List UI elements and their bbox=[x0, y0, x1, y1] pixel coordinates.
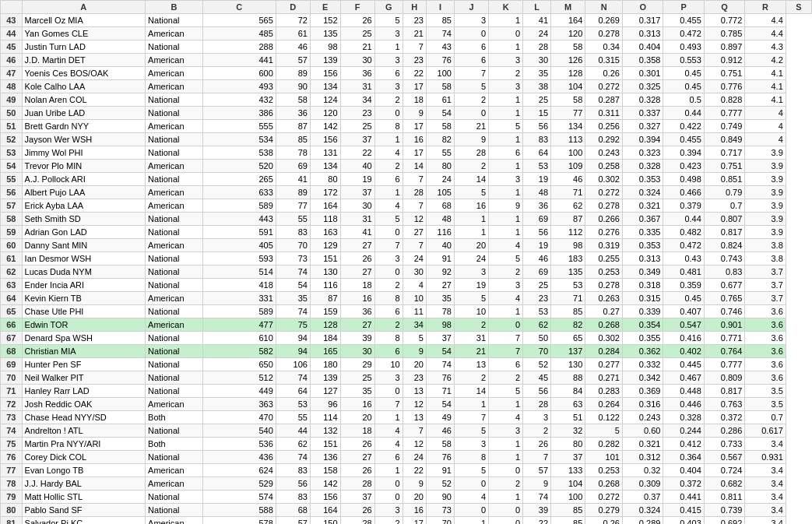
table-row[interactable]: 47Yoenis Ces BOS/OAKAmerican600891563662… bbox=[1, 67, 812, 80]
header-a[interactable]: A bbox=[22, 1, 146, 14]
header-f[interactable]: F bbox=[340, 1, 374, 14]
league: American bbox=[146, 120, 203, 133]
table-row[interactable]: 67Denard Spa WSHNational6109418439853731… bbox=[1, 332, 812, 345]
col-q-val: 0.777 bbox=[704, 358, 744, 371]
header-j[interactable]: J bbox=[454, 1, 488, 14]
col-d-val: 54 bbox=[276, 279, 310, 292]
table-row[interactable]: 76Corey Dick COLNational4367413627624768… bbox=[1, 451, 812, 464]
row-number: 52 bbox=[1, 133, 23, 146]
table-row[interactable]: 77Evan Longo TBAmerican62483158261229150… bbox=[1, 464, 812, 477]
col-p-val: 0.472 bbox=[663, 239, 704, 252]
col-m-val: 87 bbox=[551, 213, 585, 226]
header-n[interactable]: N bbox=[585, 1, 623, 14]
table-row[interactable]: 78J.J. Hardy BALAmerican5295614228095202… bbox=[1, 477, 812, 491]
col-g-val: 1 bbox=[374, 133, 402, 146]
col-j-val: 2 bbox=[454, 318, 488, 332]
col-e-val: 120 bbox=[310, 107, 340, 120]
header-s[interactable]: S bbox=[786, 1, 811, 14]
table-row[interactable]: 71Hanley Rarr LADNational449641273501371… bbox=[1, 385, 812, 398]
header-e[interactable]: E bbox=[310, 1, 340, 14]
header-m[interactable]: M bbox=[551, 1, 585, 14]
table-row[interactable]: 74Andrelton ! ATLNational540441321847465… bbox=[1, 424, 812, 438]
col-k-val: 7 bbox=[489, 332, 523, 345]
table-row[interactable]: 48Kole Calho LAAAmerican4939013431317585… bbox=[1, 80, 812, 93]
col-m-val: 77 bbox=[551, 107, 585, 120]
table-row[interactable]: 60Danny Sant MINAmerican4057012927774020… bbox=[1, 239, 812, 252]
col-c-val: 493 bbox=[202, 80, 276, 93]
col-k-val: 1 bbox=[489, 491, 523, 504]
row-number: 72 bbox=[1, 398, 23, 411]
col-r-val: 3.9 bbox=[745, 146, 786, 160]
table-row[interactable]: 79Matt Hollic STLNational574831563702090… bbox=[1, 491, 812, 504]
header-c[interactable]: C bbox=[202, 1, 276, 14]
header-h[interactable]: H bbox=[402, 1, 426, 14]
table-row[interactable]: 53Jimmy Wol PHINational53878131224175528… bbox=[1, 146, 812, 160]
table-row[interactable]: 75Martin Pra NYY/ARIBoth5366215126412583… bbox=[1, 438, 812, 451]
header-q[interactable]: Q bbox=[704, 1, 744, 14]
col-p-val: 0.498 bbox=[663, 173, 704, 186]
header-b[interactable]: B bbox=[146, 1, 203, 14]
col-i-val: 92 bbox=[426, 266, 454, 279]
col-q-val: 0.743 bbox=[704, 252, 744, 266]
header-l[interactable]: L bbox=[523, 1, 551, 14]
col-o-val: 0.332 bbox=[622, 358, 663, 371]
col-f-val: 29 bbox=[340, 358, 374, 371]
table-row[interactable]: 45Justin Turn LADNational288469821174361… bbox=[1, 40, 812, 54]
col-r-val: 4.1 bbox=[745, 80, 786, 93]
col-f-val: 31 bbox=[340, 80, 374, 93]
table-row[interactable]: 51Brett Gardn NYYAmerican555871422581758… bbox=[1, 120, 812, 133]
table-row[interactable]: 49Nolan Aren COLNational4325812434218612… bbox=[1, 93, 812, 107]
col-h-val: 14 bbox=[402, 160, 426, 173]
table-row[interactable]: 70Neil Walker PITNational512741392532376… bbox=[1, 371, 812, 385]
header-k[interactable]: K bbox=[489, 1, 523, 14]
col-h-val: 10 bbox=[402, 292, 426, 305]
table-row[interactable]: 64Kevin Kiern TBAmerican3313587168103554… bbox=[1, 292, 812, 305]
col-n-val: 0.272 bbox=[585, 80, 623, 93]
header-d[interactable]: D bbox=[276, 1, 310, 14]
table-row[interactable]: 61Ian Desmor WSHNational5937315126324912… bbox=[1, 252, 812, 266]
table-row[interactable]: 81Salvador Pi KCAmerican5785715028217701… bbox=[1, 517, 812, 525]
table-row[interactable]: 58Seth Smith SDNational44355118315124811… bbox=[1, 213, 812, 226]
table-row[interactable]: 57Erick Ayba LAAAmerican5897716430476816… bbox=[1, 199, 812, 213]
table-row[interactable]: 65Chase Utle PHINational5897415936611781… bbox=[1, 305, 812, 318]
table-row[interactable]: 55A.J. Pollock ARINational26541801967241… bbox=[1, 173, 812, 186]
table-row[interactable]: 73Chase Head NYY/SDBoth47055114201134974… bbox=[1, 411, 812, 424]
header-r[interactable]: R bbox=[745, 1, 786, 14]
table-row[interactable]: 69Hunter Pen SFNational65010618029102074… bbox=[1, 358, 812, 371]
table-row[interactable]: 66Edwin TORAmerican477751282723498206282… bbox=[1, 318, 812, 332]
table-row[interactable]: 63Ender Incia ARINational418541161824271… bbox=[1, 279, 812, 292]
col-f-val: 37 bbox=[340, 133, 374, 146]
table-row[interactable]: 54Trevor Plo MINAmerican5206913440214802… bbox=[1, 160, 812, 173]
table-row[interactable]: 46J.D. Martin DETAmerican441571393032376… bbox=[1, 54, 812, 67]
col-i-val: 54 bbox=[426, 107, 454, 120]
col-c-val: 288 bbox=[202, 40, 276, 54]
table-row[interactable]: 72Josh Reddic OAKAmerican363539616712541… bbox=[1, 398, 812, 411]
table-row[interactable]: 50Juan Uribe LADNational3863612023095401… bbox=[1, 107, 812, 120]
table-row[interactable]: 43Marcell Oz MIANational5657215226523853… bbox=[1, 14, 812, 27]
col-g-val: 7 bbox=[374, 398, 402, 411]
col-g-val: 6 bbox=[374, 173, 402, 186]
col-p-val: 0.45 bbox=[663, 67, 704, 80]
col-l-val: 23 bbox=[523, 292, 551, 305]
col-l-val: 69 bbox=[523, 213, 551, 226]
player-name: J.J. Hardy BAL bbox=[22, 477, 146, 491]
table-row[interactable]: 80Pablo Sand SFNational58868164263167300… bbox=[1, 504, 812, 517]
table-row[interactable]: 44Yan Gomes CLEAmerican48561135253217400… bbox=[1, 27, 812, 40]
col-n-val: 0.284 bbox=[585, 345, 623, 358]
table-row[interactable]: 56Albert Pujo LAAAmerican633891723712810… bbox=[1, 186, 812, 199]
header-o[interactable]: O bbox=[622, 1, 663, 14]
col-l-val: 74 bbox=[523, 491, 551, 504]
table-row[interactable]: 52Jayson Wer WSHNational5348515637116829… bbox=[1, 133, 812, 146]
header-g[interactable]: G bbox=[374, 1, 402, 14]
col-d-val: 74 bbox=[276, 266, 310, 279]
col-l-val: 28 bbox=[523, 398, 551, 411]
table-row[interactable]: 68Christian MIANational58294165306954217… bbox=[1, 345, 812, 358]
col-l-val: 53 bbox=[523, 305, 551, 318]
col-k-val: 3 bbox=[489, 80, 523, 93]
header-p[interactable]: P bbox=[663, 1, 704, 14]
col-h-val: 17 bbox=[402, 146, 426, 160]
col-e-val: 118 bbox=[310, 213, 340, 226]
table-row[interactable]: 59Adrian Gon LADNational5918316341027116… bbox=[1, 226, 812, 239]
header-i[interactable]: I bbox=[426, 1, 454, 14]
table-row[interactable]: 62Lucas Duda NYMNational5147413027030923… bbox=[1, 266, 812, 279]
